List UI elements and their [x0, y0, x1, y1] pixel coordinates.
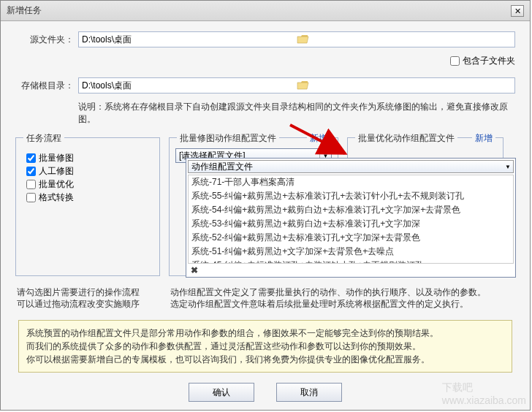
dropdown-list[interactable]: 系统-71-干部人事档案高清系统-55-纠偏+裁剪黑边+去标准装订孔+去装订针小…: [188, 175, 514, 264]
ok-button[interactable]: 确认: [189, 383, 254, 402]
task-flow-hint: 请勾选图片需要进行的操作流程可以通过拖动流程改变实施顺序: [15, 286, 160, 310]
dropdown-close-icon[interactable]: ✖: [186, 265, 515, 277]
mod-add-link[interactable]: 新增: [307, 132, 330, 145]
window-title: 新增任务: [7, 4, 511, 17]
task-item[interactable]: 批量修图: [26, 151, 149, 164]
root-label: 存储根目录：: [15, 80, 74, 92]
dropdown-item[interactable]: 系统-45-纠偏+去标准装订孔+去装订针小孔+去不规则装订孔: [189, 259, 513, 264]
watermark: 下载吧www.xiazaiba.com: [442, 381, 526, 406]
config-hint: 动作组配置文件定义了需要批量执行的动作、动作的执行顺序、以及动作的参数。选定动作…: [169, 286, 515, 310]
include-subfolder-checkbox[interactable]: 包含子文件夹: [450, 55, 515, 67]
source-input[interactable]: D:\tools\桌面: [78, 31, 515, 47]
dropdown-item[interactable]: 系统-52-纠偏+裁剪黑边+去标准装订孔+文字加深+去背景色: [189, 231, 513, 245]
task-item[interactable]: 批量优化: [26, 178, 149, 191]
dropdown-item[interactable]: 系统-53-纠偏+裁剪黑边+裁剪白边+去标准装订孔+文字加深: [189, 217, 513, 231]
dropdown-header[interactable]: 动作组配置文件 ▼: [188, 160, 514, 173]
source-label: 源文件夹：: [15, 34, 74, 46]
config-dropdown[interactable]: 动作组配置文件 ▼ 系统-71-干部人事档案高清系统-55-纠偏+裁剪黑边+去标…: [186, 158, 516, 278]
opt-add-link[interactable]: 新增: [472, 132, 495, 145]
mod-config-title: 批量修图动作组配置文件: [177, 132, 279, 145]
task-flow-panel: 任务流程 批量修图人工修图批量优化格式转换: [15, 137, 160, 276]
close-icon[interactable]: ✕: [511, 5, 524, 17]
task-flow-title: 任务流程: [23, 132, 64, 145]
chevron-down-icon[interactable]: ▼: [503, 164, 513, 170]
dropdown-item[interactable]: 系统-71-干部人事档案高清: [189, 175, 513, 189]
dropdown-item[interactable]: 系统-55-纠偏+裁剪黑边+去标准装订孔+去装订针小孔+去不规则装订孔: [189, 189, 513, 203]
dropdown-item[interactable]: 系统-51-纠偏+裁剪黑边+文字加深+去背景色+去噪点: [189, 245, 513, 259]
root-input[interactable]: D:\tools\桌面: [78, 77, 515, 94]
folder-open-icon[interactable]: [297, 80, 512, 91]
description-text: 说明：系统将在存储根目录下自动创建跟源文件夹目录结构相同的文件夹作为系统修图的输…: [15, 101, 515, 126]
titlebar: 新增任务 ✕: [1, 1, 530, 21]
folder-open-icon[interactable]: [297, 34, 512, 45]
task-item[interactable]: 格式转换: [26, 191, 149, 204]
info-box: 系统预置的动作组配置文件只是部分常用动作和参数的组合，修图效果不一定能够完全达到…: [18, 320, 512, 373]
opt-config-title: 批量优化动作组配置文件: [355, 132, 457, 145]
task-item[interactable]: 人工修图: [26, 164, 149, 178]
dropdown-item[interactable]: 系统-54-纠偏+裁剪黑边+裁剪白边+去标准装订孔+文字加深+去背景色: [189, 203, 513, 217]
cancel-button[interactable]: 取消: [276, 383, 342, 402]
